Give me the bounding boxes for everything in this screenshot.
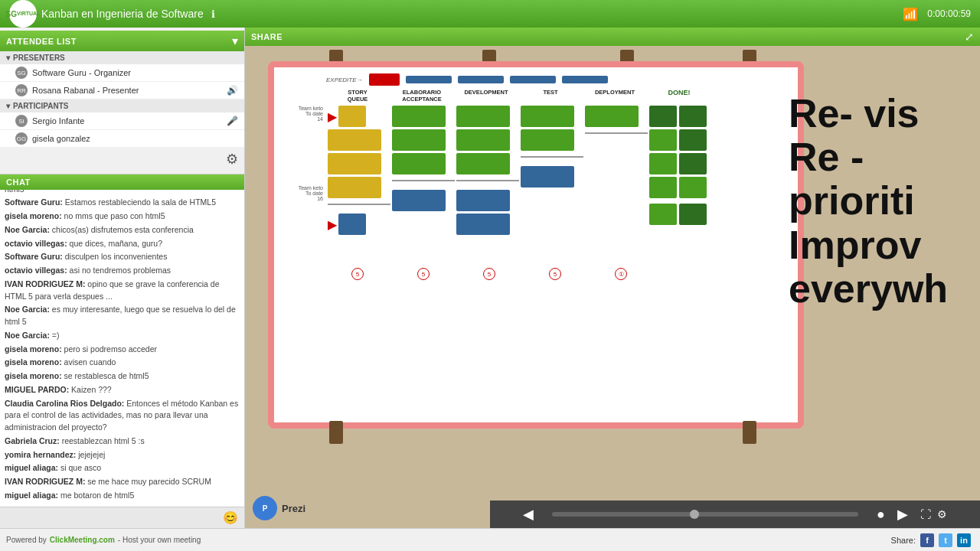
prezi-label: Prezi <box>282 503 305 514</box>
sticky-note <box>649 106 677 127</box>
sticky-note <box>456 106 510 127</box>
chat-message: yomira hernandez: jejejejej <box>5 449 240 461</box>
chat-text: asi no tendremos problemas <box>67 266 171 275</box>
col-header-test: TEST <box>519 89 582 103</box>
fullscreen-icon[interactable]: ⛶ <box>920 508 931 520</box>
kanban-board: EXPEDITE→ STORYQUEUE ELABORARIOACCEPTANC… <box>268 61 804 429</box>
wip-limit-badge: 5 <box>549 268 561 280</box>
col-deployment <box>585 106 648 262</box>
nav-next-button[interactable]: ▶ <box>897 506 908 523</box>
chat-text: pero si podremso acceder <box>62 344 157 354</box>
chat-author: gisela moreno: <box>5 344 62 354</box>
share-header: SHARE ⤢ <box>245 28 980 46</box>
chat-message: Noe Garcia: =) <box>5 330 240 342</box>
swim-lane-labels: Team ketoTo date14 Team ketoTo date16 <box>280 106 326 262</box>
nav-progress-thumb[interactable] <box>690 510 699 519</box>
participants-group-header: ▾ PARTICIPANTS <box>0 99 244 112</box>
chat-message: gisela moreno: avisen cuando <box>5 357 240 369</box>
sticky-note <box>679 106 707 127</box>
chat-title: CHAT <box>6 178 31 187</box>
kanban-columns: ▶ ▶ <box>328 106 792 262</box>
twitter-icon[interactable]: t <box>939 533 952 547</box>
avatar: RR <box>15 84 28 96</box>
chat-text: =) <box>50 331 60 340</box>
sticky-note <box>338 106 366 127</box>
collapse-icon[interactable]: ▾ <box>6 102 10 110</box>
sticky-note <box>649 129 677 151</box>
info-icon[interactable]: ℹ <box>211 8 215 20</box>
presenter-item: RR Rosana Rabanal - Presenter 🔊 <box>0 82 244 99</box>
linkedin-icon[interactable]: in <box>957 533 971 547</box>
chat-message: octavio villegas: que dices, mañana, gur… <box>5 238 240 250</box>
swim-separator <box>521 156 583 158</box>
col-done <box>649 106 726 262</box>
sticky-note <box>392 129 446 151</box>
chat-message: miguel aliaga: me botaron de html5 <box>5 490 240 502</box>
clickmeeting-link[interactable]: ClickMeeting.com <box>50 536 115 544</box>
sticky-note <box>585 106 639 127</box>
col-header-dev: DEVELOPMENT <box>455 89 518 103</box>
share-panel: SHARE ⤢ EXPEDITE→ <box>245 28 980 528</box>
sticky-note <box>679 129 707 151</box>
swim-separator <box>585 132 648 134</box>
chat-message: Patricio Hernandez: SG porq no ponen otr… <box>5 190 240 195</box>
chat-author: Noe Garcia: <box>5 225 50 234</box>
chat-text: reestablezcan html 5 :s <box>60 436 145 445</box>
facebook-icon[interactable]: f <box>920 533 934 547</box>
chat-message: Noe Garcia: chicos(as) disfrutemos esta … <box>5 224 240 236</box>
avatar: GG <box>15 132 28 145</box>
sticky-note <box>456 153 510 174</box>
prezi-badge: P Prezi <box>253 496 305 520</box>
sticky-note <box>649 204 677 225</box>
col-development <box>456 106 519 262</box>
nav-prev-button[interactable]: ◀ <box>523 506 534 523</box>
host-text: - Host your own meeting <box>118 536 201 544</box>
chat-message: MIGUEL PARDO: Kaizen ??? <box>5 384 240 396</box>
chat-author: Noe Garcia: <box>5 305 50 314</box>
sticky-note <box>679 204 707 225</box>
sticky-note <box>649 177 677 198</box>
expedite-label: EXPEDITE→ <box>326 77 363 83</box>
chat-author: gisela moreno: <box>5 371 62 380</box>
mic-icon: 🔊 <box>227 85 238 96</box>
attendee-options-button[interactable]: ⚙ <box>226 151 238 168</box>
prezi-icon: P <box>253 496 277 520</box>
kanban-board-wrapper: EXPEDITE→ STORYQUEUE ELABORARIOACCEPTANC… <box>268 61 804 429</box>
chat-author: Gabriela Cruz: <box>5 436 60 445</box>
right-text-line3: prioriti <box>789 179 980 223</box>
expedite-card-blue3 <box>510 76 556 83</box>
emoji-button[interactable]: 😊 <box>223 510 238 525</box>
sticky-note <box>392 153 446 174</box>
chat-messages: Oscar gonzalez bonifacio: ese tozino que… <box>0 190 244 507</box>
chat-text: me botaron de html5 <box>58 491 134 500</box>
wip-limit-badge: ① <box>615 268 627 280</box>
chat-author: yomira hernandez: <box>5 450 76 459</box>
attendee-scroll-button[interactable]: ▾ <box>232 34 238 48</box>
nav-center-button[interactable]: ● <box>877 507 885 523</box>
chat-message: miguel aliaga: si que asco <box>5 462 240 474</box>
header-right: 📶 0:00:00:59 <box>903 7 971 21</box>
chat-author: octavio villegas: <box>5 239 67 248</box>
sticky-note <box>679 153 707 174</box>
header: SG VIRTUAL Kanban en Ingenieria de Softw… <box>0 0 980 28</box>
collapse-icon[interactable]: ▾ <box>6 54 10 62</box>
chat-author: octavio villegas: <box>5 266 67 275</box>
sticky-note <box>456 214 510 235</box>
attendee-list-header: ATTENDEE LIST ▾ <box>0 31 244 51</box>
header-logo: SG VIRTUAL Kanban en Ingenieria de Softw… <box>9 0 215 28</box>
right-text-line2: Re - <box>789 135 980 179</box>
wip-limit-badge: 5 <box>483 268 495 280</box>
col-elaboration <box>392 106 455 262</box>
expand-icon[interactable]: ⤢ <box>965 31 974 43</box>
chat-toolbar: 😊 <box>0 507 244 528</box>
participant-item: GG gisela gonzalez <box>0 130 244 148</box>
avatar: SI <box>15 115 28 127</box>
participant-item: SI Sergio Infante 🎤 <box>0 112 244 130</box>
right-text-line4: Improv <box>789 223 980 267</box>
sticky-note <box>338 214 366 235</box>
settings-icon[interactable]: ⚙ <box>937 508 947 520</box>
chat-message: IVAN RODRIGUEZ M: opino que se grave la … <box>5 279 240 303</box>
expedite-row: EXPEDITE→ <box>280 73 792 86</box>
chat-text: si que asco <box>58 463 101 472</box>
nav-progress-bar[interactable] <box>552 512 858 517</box>
